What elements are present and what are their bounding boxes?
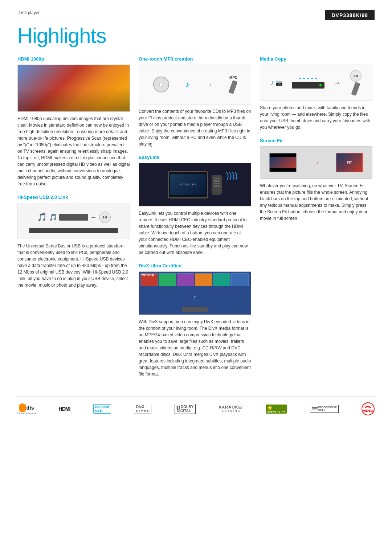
mp3-label: MP3: [229, 76, 237, 80]
sf-arrow-icon: →: [313, 159, 320, 167]
divx-worldtrip-label: Worldtrip: [141, 273, 154, 276]
music-note-icon-2: ♪: [185, 80, 189, 89]
section-hdmi: HDMI 1080p HDMI 1080p upscaling delivers…: [17, 56, 130, 187]
page-title: Highlights: [17, 23, 375, 48]
divx-body: With DivX support, you can enjoy DivX en…: [139, 319, 251, 377]
dvd-player-label: DVD player: [17, 10, 40, 15]
divx-thumb-3: [177, 273, 194, 286]
usb-device-shape: [59, 214, 88, 221]
dvd-player-icon: [292, 82, 324, 89]
hdmi-logo-text: HDMI: [59, 406, 70, 412]
main-content: HDMI 1080p HDMI 1080p upscaling delivers…: [17, 56, 375, 385]
music-note-icon: 🎵: [37, 213, 47, 222]
logo-divx-ultra: DivXULTRA: [134, 404, 152, 414]
divx-thumb-2: [159, 273, 176, 286]
mediacopy-image: ♪ 📷 → 2.0: [260, 65, 372, 101]
energy-box: ⭐ENERGY STAR: [266, 405, 287, 414]
model-badge: DVP3388K/98: [325, 10, 375, 20]
column-3: Media Copy ♪ 📷 →: [260, 56, 372, 385]
logo-usb-hispeed: Hi-SpeedUSB: [93, 404, 111, 414]
divx-title: DivX Ultra Certified: [139, 263, 251, 268]
thumb-drive-icon-2: [351, 82, 360, 96]
dts-text: dts: [26, 405, 34, 411]
easylink-image: STAND BY )))): [139, 163, 251, 206]
v20-badge: 2.0: [99, 212, 111, 223]
mediacopy-title: Media Copy: [260, 56, 372, 62]
progressive-text: PROGRESSIVESCAN: [318, 406, 337, 412]
screenfit-body: Whatever you're watching, on whatever TV…: [260, 182, 372, 222]
usb-logo-box: Hi-SpeedUSB: [93, 404, 111, 414]
usb-title: Hi-Speed USB 2.0 Link: [17, 194, 130, 200]
usb-body: The Universal Serial Bus or USB is a pro…: [17, 243, 130, 288]
section-mediacopy: Media Copy ♪ 📷 →: [260, 56, 372, 131]
easylink-body: EasyLink lets you control multiple devic…: [139, 210, 251, 256]
device-icon: 🎵: [49, 213, 57, 221]
divx-arrow-up-icon: ↑: [193, 294, 197, 301]
column-1: HDMI 1080p HDMI 1080p upscaling delivers…: [17, 56, 130, 385]
divx-thumb-4: [195, 273, 212, 286]
mp3-image: ♪ → MP3: [139, 65, 251, 104]
easylink-title: EasyLink: [139, 155, 251, 160]
thumb-drive-icon: [228, 80, 237, 94]
dolby-logo-box: ▌▌DOLBYDIGITAL: [175, 404, 196, 414]
logo-energy-star: ⭐ENERGY STAR: [266, 405, 287, 414]
arrow-right-icon: →: [206, 81, 213, 89]
screenfit-title: Screen Fit: [260, 138, 372, 143]
scoring-text: SCORING: [221, 409, 241, 413]
divx-image: Worldtrip ↑: [139, 271, 251, 315]
logo-dts: dts Digital Surround: [17, 403, 36, 415]
dvd-circle: DVDVIDEO: [362, 402, 375, 415]
divx-logo-box: DivXULTRA: [134, 404, 152, 414]
section-usb: Hi-Speed USB 2.0 Link 🎵 🎵 ← 2.0 The Univ…: [17, 194, 130, 288]
sf-full-label: FIT: [347, 161, 352, 164]
section-mp3: One-touch MP3 creation ♪ → MP3 C: [139, 56, 251, 147]
divx-thumb-5: [213, 273, 230, 286]
hdmi-title: HDMI 1080p: [17, 56, 130, 62]
karaoke-text: KARAOKE/: [219, 405, 243, 409]
hdmi-image: [17, 65, 130, 112]
sf-screen-fullfit: FIT: [336, 153, 363, 172]
sf-screen-letterbox: [269, 153, 297, 172]
section-screenfit: Screen Fit → FIT Whatever you: [260, 138, 372, 222]
mp3-body: Convert the contents of your favourite C…: [139, 108, 251, 147]
hdmi-body: HDMI 1080p upscaling delivers images tha…: [17, 115, 130, 187]
tv-screen-icon: STAND BY: [168, 171, 208, 198]
v20-badge-2: 2.0: [350, 70, 362, 82]
page-header: DVD player DVP3388K/98: [17, 10, 375, 20]
progressive-box: PROGRESSIVESCAN: [310, 405, 339, 413]
section-easylink: EasyLink STAND BY )))): [139, 155, 251, 256]
footer-logos: dts Digital Surround HDMI Hi-SpeedUSB Di…: [17, 396, 375, 415]
screenfit-image: → FIT: [260, 146, 372, 179]
divx-thumb-6: [231, 273, 249, 286]
remote-icon: [212, 175, 222, 195]
logo-hdmi: HDMI: [59, 406, 70, 412]
logo-dolby: ▌▌DOLBYDIGITAL: [175, 404, 196, 414]
section-divx: DivX Ultra Certified Worldtrip ↑: [139, 263, 251, 377]
arrow-left-icon: ←: [90, 214, 97, 221]
wifi-icon: )))): [226, 171, 238, 181]
arrow-right-icon-2: →: [334, 79, 341, 87]
mediacopy-body: Share your photos and music with family …: [260, 104, 372, 131]
cd-icon: [153, 77, 169, 93]
logo-karaoke: KARAOKE/ SCORING: [219, 405, 243, 413]
music-icon: ♪: [271, 79, 274, 87]
usb-image: 🎵 🎵 ← 2.0: [17, 203, 130, 239]
divx-player-bar: [182, 307, 208, 312]
photo-icon: 📷: [275, 79, 283, 86]
mp3-title: One-touch MP3 creation: [139, 56, 251, 62]
column-2: One-touch MP3 creation ♪ → MP3 C: [139, 56, 251, 385]
player-bar: [29, 228, 118, 233]
logo-dvd-video: DVDVIDEO: [362, 402, 375, 415]
logo-progressive-scan: PROGRESSIVESCAN: [310, 405, 339, 413]
